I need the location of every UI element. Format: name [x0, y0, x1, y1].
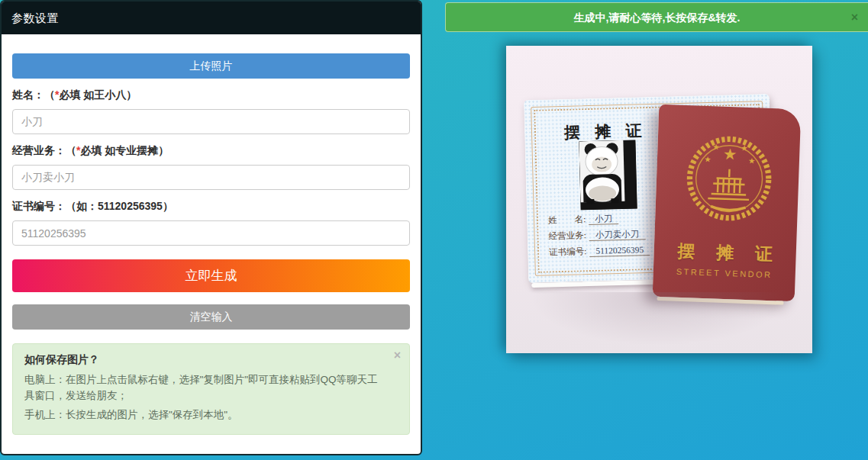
business-label-prefix: 经营业务：（	[12, 144, 76, 156]
svg-text:★: ★	[704, 154, 712, 163]
cert-number-value: 51120256395	[589, 245, 650, 257]
booklet-subtitle: STREET VENDOR	[653, 266, 795, 280]
business-label-suffix: 必填 如专业摆摊）	[80, 144, 169, 156]
booklet-title: 摆 摊 证	[653, 239, 796, 267]
business-input[interactable]	[12, 165, 410, 190]
toast-message: 生成中,请耐心等待,长按保存&转发.	[574, 11, 741, 24]
cert-number-field-group: 证书编号：（如：51120256395）	[12, 200, 410, 246]
help-title: 如何保存图片？	[24, 353, 386, 367]
help-line-pc: 电脑上：在图片上点击鼠标右键，选择"复制图片"即可直接粘贴到QQ等聊天工具窗口，…	[24, 372, 386, 404]
svg-text:★: ★	[748, 156, 756, 165]
vendor-booklet: ★ ★ ★ ★ ★ 摆 摊 证 STREET VENDOR	[653, 105, 802, 301]
cert-number-label: 证书编号:	[549, 246, 587, 256]
business-label: 经营业务：（*必填 如专业摆摊）	[12, 144, 410, 158]
national-emblem-icon: ★ ★ ★ ★ ★	[680, 130, 778, 227]
toast-close-icon[interactable]: ×	[851, 3, 858, 31]
cert-name-label: 姓 名:	[548, 214, 586, 224]
generate-button[interactable]: 立即生成	[12, 259, 410, 292]
name-label-suffix: 必填 如王小八）	[59, 88, 137, 101]
clear-input-button[interactable]: 清空输入	[12, 304, 410, 330]
cert-business-label: 经营业务:	[548, 230, 586, 240]
panda-photo	[579, 140, 637, 210]
save-help-alert: × 如何保存图片？ 电脑上：在图片上点击鼠标右键，选择"复制图片"即可直接粘贴到…	[12, 343, 410, 435]
panel-header: 参数设置	[2, 2, 421, 34]
generated-certificate-image[interactable]: 摆 摊 证	[506, 46, 812, 353]
generating-toast: 生成中,请耐心等待,长按保存&转发. ×	[445, 2, 868, 32]
cert-number-label: 证书编号：（如：51120256395）	[12, 200, 410, 214]
name-label-prefix: 姓名：（	[12, 88, 55, 101]
cert-name-value: 小刀	[589, 214, 618, 225]
help-line-mobile: 手机上：长按生成的图片，选择"保存到本地"。	[24, 407, 386, 423]
svg-text:★: ★	[741, 143, 748, 152]
panel-body: 上传照片 姓名：（*必填 如王小八） 经营业务：（*必填 如专业摆摊） 证书编号…	[2, 34, 421, 435]
svg-text:★: ★	[712, 142, 720, 151]
name-field-group: 姓名：（*必填 如王小八）	[12, 88, 410, 134]
panel-title: 参数设置	[11, 11, 59, 24]
panda-meme-icon	[579, 140, 637, 210]
settings-panel: 参数设置 上传照片 姓名：（*必填 如王小八） 经营业务：（*必填 如专业摆摊）…	[0, 0, 422, 455]
page: 参数设置 上传照片 姓名：（*必填 如王小八） 经营业务：（*必填 如专业摆摊）…	[0, 0, 868, 460]
certificate-name-row: 姓 名:小刀	[548, 212, 649, 226]
alert-close-icon[interactable]: ×	[394, 349, 401, 362]
certificate-fields: 姓 名:小刀 经营业务:小刀卖小刀 证书编号:51120256395	[548, 212, 650, 262]
business-field-group: 经营业务：（*必填 如专业摆摊）	[12, 144, 410, 190]
upload-photo-button[interactable]: 上传照片	[12, 53, 410, 79]
cert-number-input[interactable]	[12, 220, 410, 246]
svg-text:★: ★	[723, 145, 737, 164]
name-label: 姓名：（*必填 如王小八）	[12, 88, 410, 102]
certificate-business-row: 经营业务:小刀卖小刀	[548, 228, 649, 242]
cert-business-value: 小刀卖小刀	[589, 229, 646, 241]
name-input[interactable]	[12, 109, 410, 134]
certificate-number-row: 证书编号:51120256395	[549, 244, 650, 258]
cert-number-label-text: 证书编号：（如：51120256395）	[12, 200, 173, 212]
